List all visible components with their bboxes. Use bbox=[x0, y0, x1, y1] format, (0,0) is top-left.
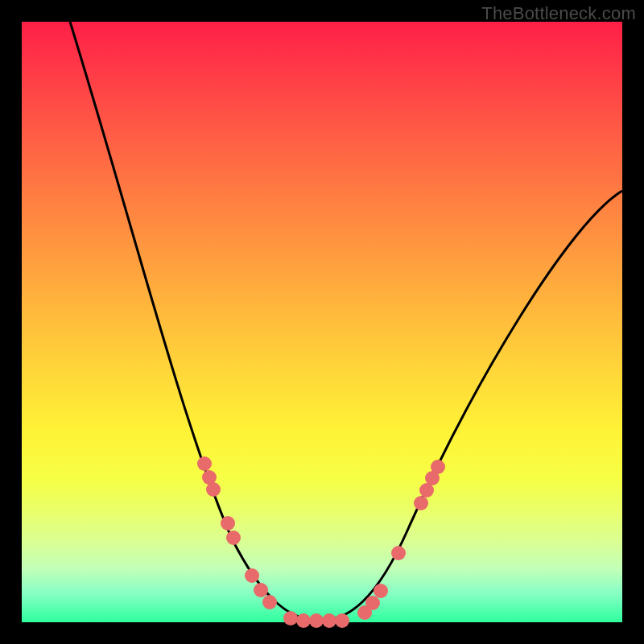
calibration-dot bbox=[262, 595, 277, 609]
chart-frame: TheBottleneck.com bbox=[0, 0, 644, 644]
calibration-dot bbox=[322, 613, 336, 628]
calibration-dot bbox=[254, 583, 268, 597]
calibration-dot bbox=[206, 482, 221, 497]
chart-plot-area bbox=[22, 22, 622, 622]
calibration-dot bbox=[365, 596, 380, 610]
bottleneck-curve bbox=[70, 22, 622, 621]
calibration-dots bbox=[197, 456, 445, 628]
calibration-dot bbox=[197, 456, 212, 471]
chart-svg bbox=[22, 22, 622, 622]
calibration-dot bbox=[245, 568, 259, 583]
calibration-dot bbox=[283, 611, 298, 625]
calibration-dot bbox=[309, 613, 324, 628]
calibration-dot bbox=[431, 460, 445, 474]
calibration-dot bbox=[221, 516, 235, 530]
calibration-dot bbox=[226, 530, 241, 545]
calibration-dot bbox=[296, 613, 311, 628]
calibration-dot bbox=[391, 546, 406, 560]
calibration-dot bbox=[374, 584, 388, 598]
calibration-dot bbox=[414, 496, 428, 510]
calibration-dot bbox=[335, 613, 349, 628]
watermark-text: TheBottleneck.com bbox=[481, 3, 636, 24]
